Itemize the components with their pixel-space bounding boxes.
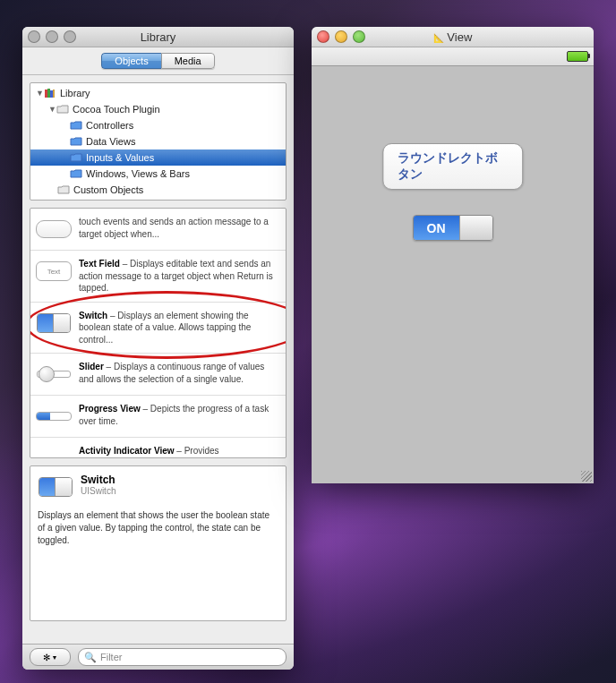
- list-item-textfield[interactable]: Text Text Field – Displays editable text…: [30, 251, 286, 303]
- list-item-button[interactable]: touch events and sends an action message…: [30, 209, 286, 251]
- ios-status-bar: [312, 47, 594, 66]
- item-name: Activity Indicator View: [79, 446, 175, 456]
- view-titlebar[interactable]: 📐 View: [312, 27, 594, 47]
- switch-icon: [36, 310, 72, 337]
- detail-title: Switch: [81, 474, 116, 486]
- resize-grip[interactable]: [581, 471, 592, 482]
- switch-on-label: ON: [414, 216, 459, 240]
- list-item-progress[interactable]: Progress View – Depicts the progress of …: [30, 396, 286, 438]
- tree-inputs-values[interactable]: Inputs & Values: [30, 149, 286, 166]
- folder-icon: [57, 184, 70, 196]
- tab-media[interactable]: Media: [161, 53, 215, 69]
- svg-rect-3: [53, 90, 55, 98]
- chevron-down-icon: ▼: [52, 654, 58, 661]
- item-name: Slider: [79, 362, 104, 371]
- blue-folder-icon: [70, 151, 82, 164]
- detail-description: Displays an element that shows the user …: [38, 509, 278, 547]
- ib-doc-icon: 📐: [433, 33, 444, 43]
- tree-label: Controllers: [86, 120, 133, 131]
- button-icon: [36, 216, 72, 243]
- tree-library[interactable]: ▼ Library: [30, 85, 286, 101]
- svg-rect-0: [45, 90, 47, 98]
- tree-data-views[interactable]: Data Views: [30, 133, 286, 149]
- item-name: Progress View: [79, 404, 141, 414]
- tree-label: Cocoa Touch Plugin: [73, 104, 160, 115]
- item-name: Text Field: [79, 259, 120, 269]
- library-titlebar[interactable]: Library: [22, 27, 294, 47]
- gear-button[interactable]: ✻▼: [30, 648, 71, 666]
- tree-controllers[interactable]: Controllers: [30, 117, 286, 133]
- detail-class: UISwitch: [81, 486, 116, 496]
- item-name: Switch: [79, 311, 107, 320]
- switch-knob: [459, 216, 492, 240]
- tree-custom-objects[interactable]: Custom Objects: [30, 182, 286, 198]
- svg-rect-1: [47, 89, 50, 98]
- tree-label: Custom Objects: [73, 184, 143, 195]
- search-icon: 🔍: [84, 652, 97, 663]
- object-list[interactable]: touch events and sends an action message…: [30, 209, 286, 457]
- activity-icon: [36, 445, 72, 457]
- tree-cocoa-touch[interactable]: ▼ Cocoa Touch Plugin: [30, 101, 286, 117]
- blue-folder-icon: [70, 167, 82, 180]
- library-tabs: Objects Media: [22, 47, 294, 75]
- item-description: touch events and sends an action message…: [79, 216, 280, 243]
- library-bottom-bar: ✻▼ 🔍 Filter: [22, 644, 294, 670]
- blue-folder-icon: [70, 135, 82, 148]
- tree-label: Data Views: [86, 136, 135, 147]
- library-title: Library: [22, 30, 294, 44]
- battery-icon: [567, 51, 588, 62]
- filter-placeholder: Filter: [100, 652, 122, 662]
- books-icon: [44, 87, 56, 99]
- library-window: Library Objects Media ▼ Library ▼ Cocoa …: [22, 27, 294, 670]
- item-description: – Displays a continuous range of values …: [79, 362, 264, 384]
- ui-switch[interactable]: ON: [413, 215, 493, 241]
- item-description: – Provides: [175, 446, 219, 456]
- tree-label: Inputs & Values: [86, 152, 154, 163]
- slider-icon: [36, 361, 72, 388]
- rounded-rect-button[interactable]: ラウンドレクトボタン: [382, 143, 524, 190]
- design-canvas[interactable]: ラウンドレクトボタン ON: [312, 66, 594, 483]
- list-item-switch[interactable]: Switch – Displays an element showing the…: [30, 303, 286, 354]
- tree-panel: ▼ Library ▼ Cocoa Touch Plugin Controlle…: [30, 82, 287, 201]
- tree-windows-views[interactable]: Windows, Views & Bars: [30, 166, 286, 182]
- tree-label: Windows, Views & Bars: [86, 168, 190, 179]
- detail-panel: Switch UISwitch Displays an element that…: [30, 465, 287, 621]
- progress-icon: [36, 403, 72, 430]
- gear-icon: ✻: [43, 653, 50, 662]
- tab-objects[interactable]: Objects: [101, 53, 160, 69]
- view-window: 📐 View ラウンドレクトボタン ON: [312, 27, 594, 482]
- svg-rect-2: [50, 90, 53, 98]
- list-item-slider[interactable]: Slider – Displays a continuous range of …: [30, 354, 286, 396]
- folder-icon: [56, 103, 69, 115]
- textfield-icon: Text: [36, 258, 72, 285]
- tree-label: Library: [60, 88, 90, 98]
- switch-icon: [38, 474, 73, 500]
- list-item-activity[interactable]: Activity Indicator View – Provides: [30, 438, 286, 457]
- filter-search[interactable]: 🔍 Filter: [78, 648, 287, 666]
- view-title: 📐 View: [312, 30, 594, 44]
- object-list-panel: touch events and sends an action message…: [30, 208, 287, 458]
- blue-folder-icon: [70, 119, 82, 132]
